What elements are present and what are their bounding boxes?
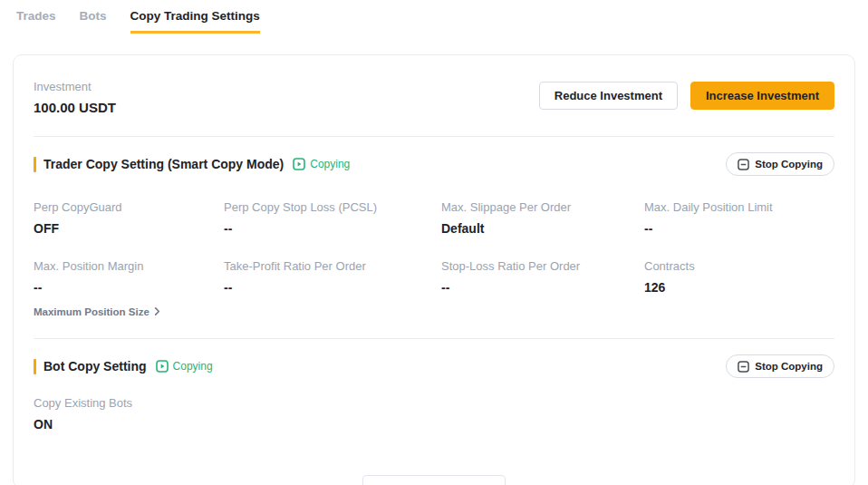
- setting-label: Max. Slippage Per Order: [441, 200, 644, 214]
- copying-status-badge: Copying: [293, 158, 350, 170]
- tab-bar: Trades Bots Copy Trading Settings: [0, 0, 868, 34]
- setting-label: Perp CopyGuard: [34, 200, 224, 214]
- stop-copying-trader-button[interactable]: Stop Copying: [726, 152, 834, 176]
- investment-field: Investment 100.00 USDT: [34, 80, 116, 115]
- setting-label: Max. Daily Position Limit: [644, 200, 834, 214]
- setting-contracts: Contracts 126: [644, 259, 834, 317]
- bot-section-title: Bot Copy Setting: [43, 359, 147, 373]
- setting-value: ON: [34, 417, 834, 432]
- tab-copy-trading-settings[interactable]: Copy Trading Settings: [130, 9, 260, 34]
- divider: [34, 338, 834, 339]
- setting-label: Perp Copy Stop Loss (PCSL): [224, 200, 441, 214]
- setting-value: --: [34, 280, 224, 295]
- maximum-position-size-label: Maximum Position Size: [34, 306, 149, 317]
- setting-label: Max. Position Margin: [34, 259, 224, 273]
- setting-value: --: [441, 280, 644, 295]
- trader-section-title: Trader Copy Setting (Smart Copy Mode): [43, 157, 284, 171]
- setting-stop-loss-ratio: Stop-Loss Ratio Per Order --: [441, 259, 644, 317]
- stop-copying-label: Stop Copying: [755, 159, 823, 170]
- bot-section-header: Bot Copy Setting Copying Stop Copying: [34, 354, 834, 378]
- stop-copying-bot-button[interactable]: Stop Copying: [726, 354, 834, 378]
- setting-value: --: [224, 280, 441, 295]
- configure-settings-button[interactable]: Configure Settings: [362, 475, 506, 485]
- setting-label: Take-Profit Ratio Per Order: [224, 259, 441, 273]
- stop-copying-label: Stop Copying: [755, 361, 823, 372]
- play-icon: [156, 360, 169, 373]
- setting-pcsl: Perp Copy Stop Loss (PCSL) --: [224, 200, 441, 236]
- copy-trading-settings-card: Investment 100.00 USDT Reduce Investment…: [13, 54, 855, 485]
- footer-actions: Configure Settings: [34, 475, 834, 485]
- accent-bar: [34, 157, 36, 172]
- setting-label: Copy Existing Bots: [34, 396, 834, 410]
- investment-actions: Reduce Investment Increase Investment: [539, 82, 834, 110]
- setting-value: --: [644, 221, 834, 236]
- copying-status-label: Copying: [310, 158, 350, 170]
- setting-value: Default: [441, 221, 644, 236]
- investment-row: Investment 100.00 USDT Reduce Investment…: [34, 80, 834, 115]
- trader-settings-grid: Perp CopyGuard OFF Perp Copy Stop Loss (…: [34, 200, 834, 317]
- setting-value: 126: [644, 280, 834, 295]
- increase-investment-button[interactable]: Increase Investment: [690, 82, 834, 110]
- maximum-position-size-link[interactable]: Maximum Position Size: [34, 306, 224, 317]
- setting-label: Contracts: [644, 259, 834, 273]
- investment-value: 100.00 USDT: [34, 100, 116, 115]
- setting-max-slippage: Max. Slippage Per Order Default: [441, 200, 644, 236]
- setting-perp-copyguard: Perp CopyGuard OFF: [34, 200, 224, 236]
- copying-status-badge: Copying: [156, 360, 213, 373]
- accent-bar: [34, 359, 36, 374]
- divider: [34, 136, 834, 137]
- setting-value: --: [224, 221, 441, 236]
- trader-section-header: Trader Copy Setting (Smart Copy Mode) Co…: [34, 152, 834, 176]
- setting-max-daily-position-limit: Max. Daily Position Limit --: [644, 200, 834, 236]
- setting-max-position-margin: Max. Position Margin -- Maximum Position…: [34, 259, 224, 317]
- setting-copy-existing-bots: Copy Existing Bots ON: [34, 396, 834, 432]
- tab-trades[interactable]: Trades: [16, 9, 56, 34]
- setting-label: Stop-Loss Ratio Per Order: [441, 259, 644, 273]
- stop-icon: [738, 361, 749, 373]
- setting-take-profit-ratio: Take-Profit Ratio Per Order --: [224, 259, 441, 317]
- copying-status-label: Copying: [173, 360, 213, 373]
- tab-bots[interactable]: Bots: [80, 9, 107, 34]
- reduce-investment-button[interactable]: Reduce Investment: [539, 82, 678, 110]
- investment-label: Investment: [34, 80, 116, 93]
- stop-icon: [738, 159, 749, 170]
- chevron-right-icon: [153, 306, 161, 317]
- setting-value: OFF: [34, 221, 224, 236]
- play-icon: [293, 158, 305, 170]
